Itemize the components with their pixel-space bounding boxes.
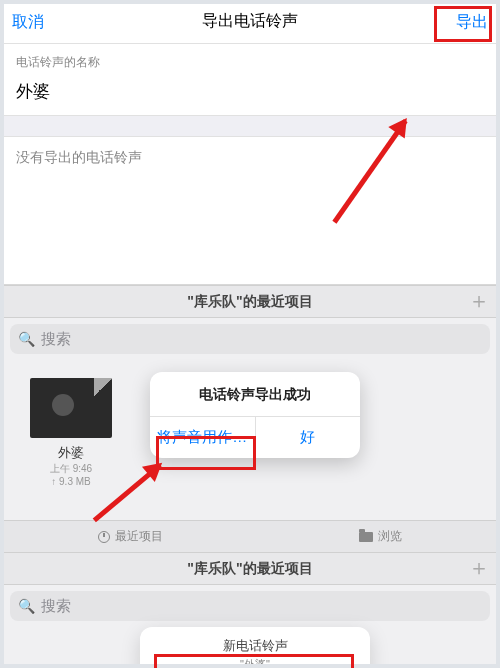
folder-icon [359, 532, 373, 542]
clock-icon [98, 531, 110, 543]
recent-panel-2: "库乐队"的最近项目 ＋ 🔍 搜索 新电话铃声 "外婆" 标准电话铃声 [0, 552, 500, 668]
name-field-section: 电话铃声的名称 [0, 44, 500, 115]
tab-recent[interactable]: 最近项目 [98, 528, 163, 545]
popup-title: 电话铃声导出成功 [150, 372, 360, 416]
tab-browse[interactable]: 浏览 [359, 528, 402, 545]
panel-title: "库乐队"的最近项目 [187, 293, 312, 311]
search-placeholder-2: 搜索 [41, 597, 71, 616]
add-button-2[interactable]: ＋ [468, 557, 490, 579]
search-placeholder: 搜索 [41, 330, 71, 349]
ok-button[interactable]: 好 [256, 417, 361, 458]
export-success-popup: 电话铃声导出成功 将声音用作… 好 [150, 372, 360, 458]
search-icon-2: 🔍 [18, 598, 35, 614]
use-sound-as-button[interactable]: 将声音用作… [150, 417, 256, 458]
tab-recent-label: 最近项目 [115, 528, 163, 545]
popup-actions: 将声音用作… 好 [150, 416, 360, 458]
add-button[interactable]: ＋ [468, 290, 490, 312]
page-fold-icon [94, 378, 112, 396]
name-input[interactable] [0, 75, 500, 115]
nav-title: 导出电话铃声 [202, 11, 298, 32]
sheet-title: 新电话铃声 [150, 637, 360, 655]
thumbnail-image [30, 378, 112, 438]
name-label: 电话铃声的名称 [0, 44, 500, 75]
export-button[interactable]: 导出 [456, 0, 488, 44]
panel-body: 外婆 上午 9:46 ↑ 9.3 MB 电话铃声导出成功 将声音用作… 好 [0, 360, 500, 520]
section-gap [0, 115, 500, 137]
panel-title-2: "库乐队"的最近项目 [187, 560, 312, 578]
search-icon: 🔍 [18, 331, 35, 347]
panel-body-2: 新电话铃声 "外婆" 标准电话铃声 [0, 627, 500, 668]
cancel-button[interactable]: 取消 [12, 0, 44, 44]
thumbnail-time: 上午 9:46 [30, 462, 112, 475]
new-ringtone-sheet: 新电话铃声 "外婆" 标准电话铃声 [140, 627, 370, 668]
thumbnail-size: ↑ 9.3 MB [30, 475, 112, 488]
project-thumbnail[interactable]: 外婆 上午 9:46 ↑ 9.3 MB [30, 378, 112, 488]
nav-bar: 取消 导出电话铃声 导出 [0, 0, 500, 44]
guitar-icon [52, 394, 74, 416]
recent-panel-1: "库乐队"的最近项目 ＋ 🔍 搜索 外婆 上午 9:46 ↑ 9.3 MB 电话… [0, 285, 500, 552]
tab-browse-label: 浏览 [378, 528, 402, 545]
tab-bar: 最近项目 浏览 [0, 520, 500, 552]
panel-header: "库乐队"的最近项目 ＋ [0, 286, 500, 318]
sheet-subtitle: "外婆" [150, 657, 360, 668]
no-exported-ringtones-label: 没有导出的电话铃声 [0, 137, 500, 179]
thumbnail-name: 外婆 [30, 444, 112, 462]
export-sheet: 取消 导出电话铃声 导出 电话铃声的名称 没有导出的电话铃声 [0, 0, 500, 285]
search-input-2[interactable]: 🔍 搜索 [10, 591, 490, 621]
empty-space [0, 179, 500, 284]
panel-header-2: "库乐队"的最近项目 ＋ [0, 553, 500, 585]
search-input[interactable]: 🔍 搜索 [10, 324, 490, 354]
